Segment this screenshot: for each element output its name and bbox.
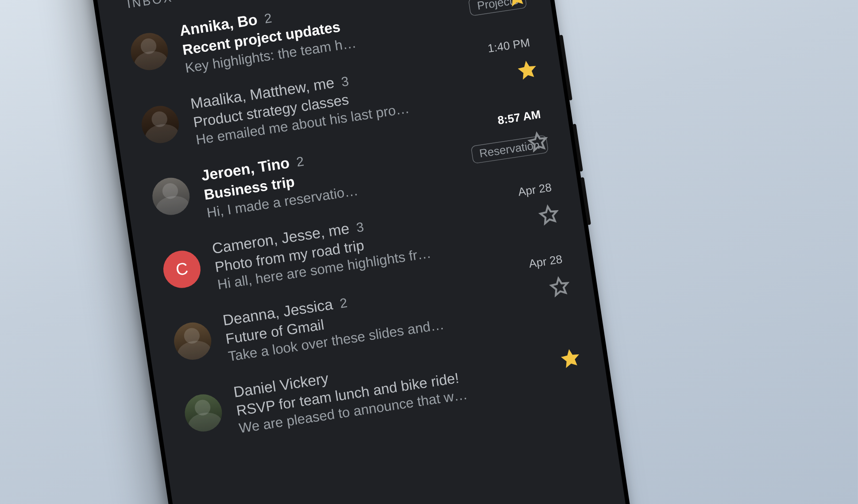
avatar[interactable] bbox=[139, 104, 182, 146]
thread-count: 3 bbox=[355, 219, 365, 236]
thread-count: 3 bbox=[340, 73, 350, 90]
thread-count: 2 bbox=[295, 154, 305, 170]
section-label-inbox: INBOX bbox=[126, 0, 174, 11]
star-icon[interactable] bbox=[548, 275, 571, 298]
star-icon[interactable] bbox=[526, 130, 549, 153]
thread-count: 2 bbox=[339, 295, 348, 312]
avatar[interactable] bbox=[171, 320, 214, 362]
avatar[interactable]: C bbox=[161, 248, 203, 291]
avatar[interactable] bbox=[150, 175, 192, 218]
star-icon[interactable] bbox=[559, 346, 582, 369]
star-icon[interactable] bbox=[537, 203, 560, 226]
avatar[interactable] bbox=[182, 392, 225, 434]
star-icon[interactable] bbox=[516, 58, 539, 81]
thread-count: 2 bbox=[263, 10, 273, 27]
avatar[interactable] bbox=[128, 31, 171, 73]
